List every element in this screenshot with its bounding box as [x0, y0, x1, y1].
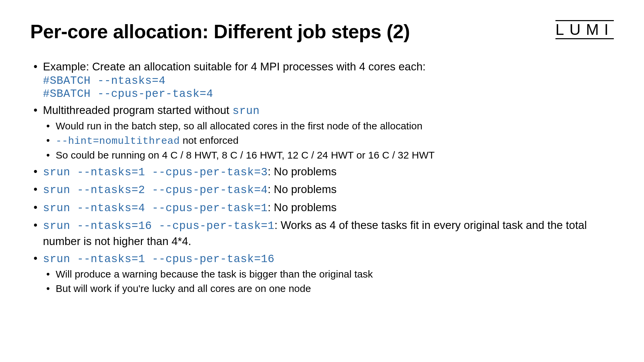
- bullet-item: srun --ntasks=2 --cpus-per-task=4: No pr…: [30, 182, 614, 198]
- sub-bullet-item: Would run in the batch step, so all allo…: [43, 119, 614, 133]
- bullet-item: srun --ntasks=1 --cpus-per-task=16 Will …: [30, 251, 614, 296]
- slide-title: Per-core allocation: Different job steps…: [30, 20, 410, 43]
- code-line: #SBATCH --cpus-per-task=4: [43, 87, 614, 101]
- sub-bullet-item: --hint=nomultithread not enforced: [43, 134, 614, 148]
- sub-bullet-item: Will produce a warning because the task …: [43, 267, 614, 281]
- bullet-item: srun --ntasks=4 --cpus-per-task=1: No pr…: [30, 200, 614, 216]
- bullet-item: Example: Create an allocation suitable f…: [30, 59, 614, 101]
- sub-bullet-text: Will produce a warning because the task …: [56, 268, 373, 280]
- bullet-text: Example: Create an allocation suitable f…: [43, 60, 426, 73]
- code-inline: srun --ntasks=1 --cpus-per-task=16: [43, 253, 274, 265]
- code-inline: srun: [232, 105, 260, 117]
- sub-bullet-text: So could be running on 4 C / 8 HWT, 8 C …: [56, 149, 435, 161]
- bullet-list: Example: Create an allocation suitable f…: [30, 59, 614, 295]
- sub-bullet-text: Would run in the batch step, so all allo…: [56, 120, 422, 131]
- code-inline: srun --ntasks=1 --cpus-per-task=3: [43, 166, 268, 179]
- sub-bullet-item: So could be running on 4 C / 8 HWT, 8 C …: [43, 148, 614, 162]
- sub-bullet-text: not enforced: [180, 135, 238, 146]
- bullet-text: Multithreaded program started without: [43, 104, 232, 116]
- bullet-text: : No problems: [268, 183, 336, 195]
- bullet-item: Multithreaded program started without sr…: [30, 103, 614, 162]
- sub-bullet-text: But will work if you're lucky and all co…: [56, 283, 311, 294]
- code-inline: srun --ntasks=2 --cpus-per-task=4: [43, 184, 268, 196]
- code-inline: --hint=nomultithread: [56, 135, 180, 147]
- sub-bullet-list: Would run in the batch step, so all allo…: [43, 119, 614, 162]
- slide-content: Example: Create an allocation suitable f…: [30, 59, 614, 295]
- slide-header: Per-core allocation: Different job steps…: [30, 20, 614, 43]
- bullet-text: : No problems: [268, 165, 336, 178]
- code-inline: srun --ntasks=4 --cpus-per-task=1: [43, 202, 268, 215]
- code-line: #SBATCH --ntasks=4: [43, 74, 614, 88]
- lumi-logo: LUMI: [555, 20, 614, 39]
- code-inline: srun --ntasks=16 --cpus-per-task=1: [43, 220, 274, 232]
- bullet-item: srun --ntasks=1 --cpus-per-task=3: No pr…: [30, 164, 614, 180]
- bullet-item: srun --ntasks=16 --cpus-per-task=1: Work…: [30, 218, 614, 249]
- sub-bullet-item: But will work if you're lucky and all co…: [43, 282, 614, 296]
- slide-container: Per-core allocation: Different job steps…: [0, 0, 644, 317]
- bullet-text: : No problems: [268, 201, 336, 214]
- sub-bullet-list: Will produce a warning because the task …: [43, 267, 614, 295]
